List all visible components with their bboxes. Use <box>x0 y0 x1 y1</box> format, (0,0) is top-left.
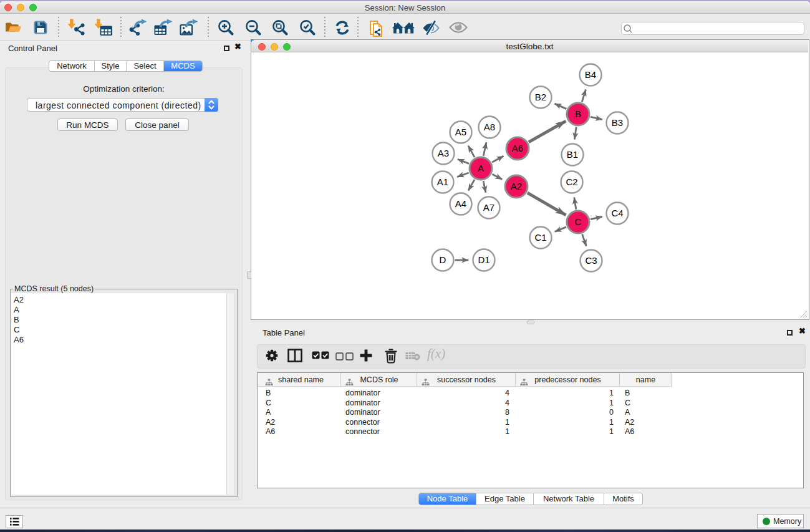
svg-text:A: A <box>478 163 484 173</box>
svg-text:A6: A6 <box>512 143 523 153</box>
svg-text:B1: B1 <box>567 149 578 160</box>
svg-text:C2: C2 <box>566 177 577 187</box>
svg-text:A5: A5 <box>455 127 466 137</box>
svg-text:A7: A7 <box>483 202 494 213</box>
svg-text:B3: B3 <box>612 117 623 128</box>
svg-text:C1: C1 <box>534 232 546 243</box>
svg-text:B: B <box>575 109 581 119</box>
svg-text:B2: B2 <box>535 92 546 102</box>
svg-text:D: D <box>440 254 446 265</box>
svg-text:A8: A8 <box>484 122 495 132</box>
svg-text:B4: B4 <box>585 69 596 80</box>
svg-text:A3: A3 <box>438 148 449 158</box>
svg-text:C4: C4 <box>611 208 623 218</box>
svg-text:A2: A2 <box>511 181 522 191</box>
svg-text:C: C <box>575 216 582 227</box>
svg-text:A1: A1 <box>437 177 448 187</box>
svg-text:C3: C3 <box>585 255 597 266</box>
svg-text:D1: D1 <box>478 254 489 265</box>
svg-text:A4: A4 <box>455 198 466 209</box>
